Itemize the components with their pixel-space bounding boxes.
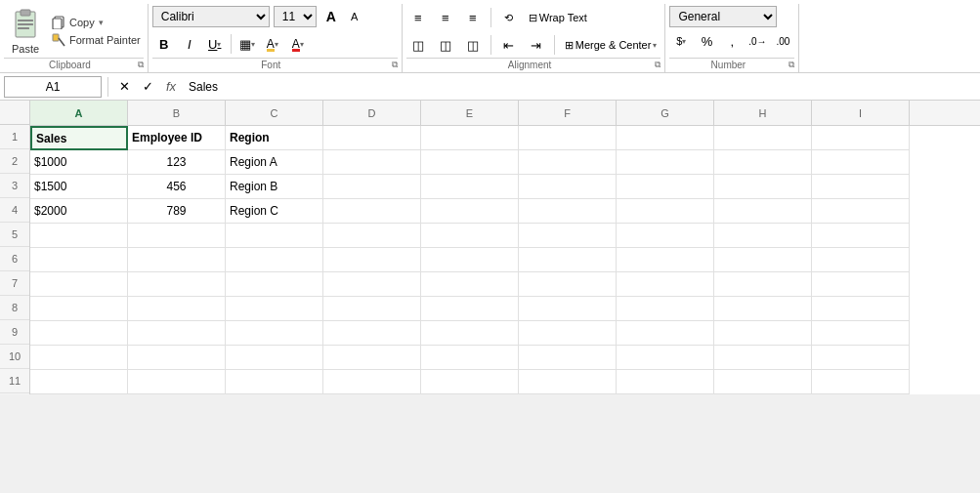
cell-i4[interactable] <box>812 199 910 224</box>
font-size-select[interactable]: 11 <box>274 6 317 27</box>
font-name-select[interactable]: Calibri <box>152 6 270 27</box>
cell-c6[interactable] <box>226 248 323 272</box>
underline-button[interactable]: U ▾ <box>203 32 227 56</box>
shrink-font-button[interactable]: A <box>344 6 365 27</box>
cell-c4[interactable]: Region C <box>226 199 323 224</box>
cell-d3[interactable] <box>323 175 421 199</box>
cell-c7[interactable] <box>226 272 323 297</box>
cell-i6[interactable] <box>812 248 910 272</box>
cell-reference-box[interactable] <box>4 76 102 98</box>
cell-f4[interactable] <box>519 199 617 224</box>
row-num-10[interactable]: 10 <box>0 345 29 369</box>
cell-f11[interactable] <box>519 370 617 394</box>
number-dialog-launcher[interactable]: ⧉ <box>788 60 794 70</box>
cell-a3[interactable]: $1500 <box>30 175 128 199</box>
cell-e4[interactable] <box>421 199 519 224</box>
bold-button[interactable]: B <box>152 32 176 56</box>
cell-a7[interactable] <box>30 272 128 297</box>
cell-h7[interactable] <box>714 272 812 297</box>
cell-e1[interactable] <box>421 126 519 150</box>
col-header-a[interactable]: A <box>30 101 128 125</box>
grow-font-button[interactable]: A <box>320 6 342 27</box>
cell-c3[interactable]: Region B <box>226 175 323 199</box>
cell-b10[interactable] <box>128 346 226 370</box>
row-num-1[interactable]: 1 <box>0 125 29 149</box>
cell-f1[interactable] <box>519 126 617 150</box>
cancel-formula-button[interactable]: ✕ <box>114 77 134 97</box>
cell-f5[interactable] <box>519 224 617 248</box>
cell-e11[interactable] <box>421 370 519 394</box>
cell-b2[interactable]: 123 <box>128 150 226 175</box>
merge-center-button[interactable]: ⊞ Merge & Center ▾ <box>561 37 661 54</box>
cell-i3[interactable] <box>812 175 910 199</box>
cell-d4[interactable] <box>323 199 421 224</box>
cell-b8[interactable] <box>128 297 226 321</box>
align-top-center-button[interactable]: ≡ <box>434 6 457 29</box>
fill-color-button[interactable]: A ▾ <box>261 32 284 56</box>
cell-b11[interactable] <box>128 370 226 394</box>
number-format-select[interactable]: General <box>669 6 777 27</box>
cell-d6[interactable] <box>323 248 421 272</box>
col-header-h[interactable]: H <box>714 101 812 125</box>
copy-button[interactable]: Copy ▾ <box>49 15 144 30</box>
cell-c2[interactable]: Region A <box>226 150 323 175</box>
cell-h1[interactable] <box>714 126 812 150</box>
cell-h3[interactable] <box>714 175 812 199</box>
italic-button[interactable]: I <box>178 32 201 56</box>
cell-e10[interactable] <box>421 346 519 370</box>
paste-button[interactable]: Paste <box>4 6 47 57</box>
row-num-7[interactable]: 7 <box>0 271 29 296</box>
cell-d5[interactable] <box>323 224 421 248</box>
format-painter-button[interactable]: Format Painter <box>49 32 144 48</box>
cell-c8[interactable] <box>226 297 323 321</box>
cell-b5[interactable] <box>128 224 226 248</box>
right-align-button[interactable]: ◫ <box>461 33 485 57</box>
cell-i2[interactable] <box>812 150 910 175</box>
wrap-text-button[interactable]: ⊟ Wrap Text <box>525 10 591 26</box>
align-top-right-button[interactable]: ≡ <box>461 6 485 29</box>
cell-c10[interactable] <box>226 346 323 370</box>
row-num-6[interactable]: 6 <box>0 247 29 271</box>
row-num-3[interactable]: 3 <box>0 174 29 198</box>
cell-a5[interactable] <box>30 224 128 248</box>
cell-i1[interactable] <box>812 126 910 150</box>
cell-f3[interactable] <box>519 175 617 199</box>
cell-d10[interactable] <box>323 346 421 370</box>
cell-g1[interactable] <box>617 126 714 150</box>
cell-e8[interactable] <box>421 297 519 321</box>
cell-d11[interactable] <box>323 370 421 394</box>
cell-a1[interactable]: Sales <box>30 126 128 150</box>
cell-a9[interactable] <box>30 321 128 346</box>
col-header-b[interactable]: B <box>128 101 226 125</box>
cell-d8[interactable] <box>323 297 421 321</box>
row-num-8[interactable]: 8 <box>0 296 29 320</box>
cell-e2[interactable] <box>421 150 519 175</box>
cell-e5[interactable] <box>421 224 519 248</box>
decrease-decimal-button[interactable]: .0→ <box>746 29 769 53</box>
cell-i7[interactable] <box>812 272 910 297</box>
cell-f10[interactable] <box>519 346 617 370</box>
col-header-d[interactable]: D <box>323 101 421 125</box>
cell-h6[interactable] <box>714 248 812 272</box>
cell-d1[interactable] <box>323 126 421 150</box>
clipboard-dialog-launcher[interactable]: ⧉ <box>138 60 144 70</box>
row-num-11[interactable]: 11 <box>0 369 29 393</box>
comma-button[interactable]: , <box>720 29 744 53</box>
percent-button[interactable]: % <box>695 29 718 53</box>
align-top-left-button[interactable]: ≡ <box>406 6 430 29</box>
cell-g5[interactable] <box>617 224 714 248</box>
formula-input[interactable] <box>185 76 976 98</box>
cell-i8[interactable] <box>812 297 910 321</box>
cell-b9[interactable] <box>128 321 226 346</box>
cell-d9[interactable] <box>323 321 421 346</box>
row-num-9[interactable]: 9 <box>0 320 29 345</box>
cell-f7[interactable] <box>519 272 617 297</box>
increase-indent-button[interactable]: ⇥ <box>525 33 548 57</box>
alignment-dialog-launcher[interactable]: ⧉ <box>655 60 660 70</box>
cell-f8[interactable] <box>519 297 617 321</box>
accounting-button[interactable]: $ ▾ <box>669 29 693 53</box>
cell-g7[interactable] <box>617 272 714 297</box>
cell-c9[interactable] <box>226 321 323 346</box>
cell-h9[interactable] <box>714 321 812 346</box>
cell-b4[interactable]: 789 <box>128 199 226 224</box>
